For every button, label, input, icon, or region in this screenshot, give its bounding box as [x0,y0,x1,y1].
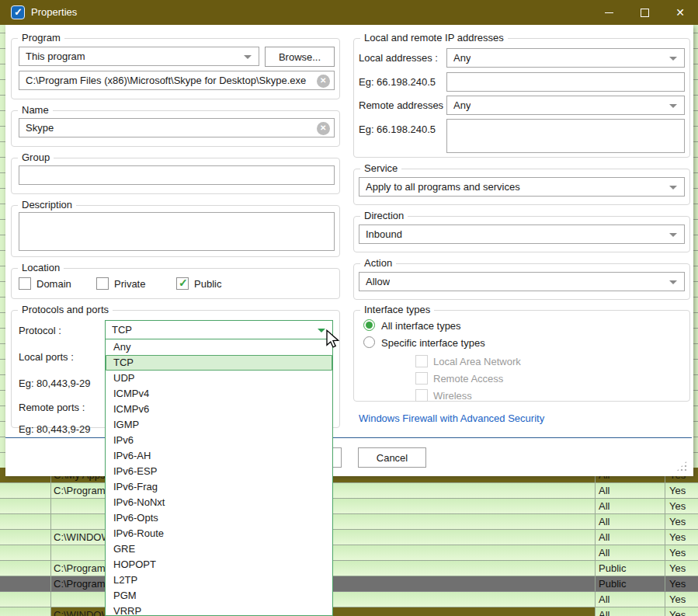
wireless-checkbox[interactable] [415,389,428,402]
protocol-option[interactable]: IPv6 [106,433,332,448]
local-address-input[interactable] [446,72,685,92]
titlebar: Properties ✕ [0,0,698,25]
program-legend: Program [18,32,64,44]
protocol-option[interactable]: Any [106,339,332,355]
direction-select[interactable]: Inbound [359,224,685,244]
public-label: Public [194,278,221,290]
all-interface-types-label: All interface types [381,320,461,332]
protocol-option[interactable]: PGM [106,588,332,604]
location-legend: Location [18,262,64,273]
protocol-option[interactable]: UDP [106,371,332,386]
clear-icon[interactable] [317,122,330,135]
public-checkbox[interactable] [176,277,189,290]
all-interface-types-radio[interactable] [363,319,375,331]
local-ports-hint: Eg: 80,443,9-29 [19,378,91,389]
advanced-security-link[interactable]: Windows Firewall with Advanced Security [359,412,544,424]
description-legend: Description [18,199,76,211]
chevron-down-icon [669,57,677,61]
private-checkbox[interactable] [96,277,109,290]
protocol-option[interactable]: IPv6-Route [106,526,332,541]
protocol-option-selected[interactable]: TCP [106,355,332,371]
minimize-button[interactable] [596,0,622,25]
mouse-cursor [325,329,342,350]
direction-legend: Direction [360,210,408,221]
lan-checkbox[interactable] [415,355,428,367]
remote-addresses-select[interactable]: Any [446,96,685,115]
protocol-option[interactable]: IPv6-ESP [106,464,332,479]
protocol-option[interactable]: HOPOPT [106,557,332,572]
app-check-icon [11,5,25,19]
local-addresses-select[interactable]: Any [446,48,685,68]
minimize-icon [605,12,613,13]
chevron-down-icon [669,104,677,108]
protocol-option[interactable]: IGMP [106,417,332,433]
remote-access-label: Remote Access [433,373,503,385]
group-legend: Group [18,151,54,163]
protocol-option[interactable]: VRRP [106,604,332,616]
close-icon: ✕ [675,7,685,18]
action-select[interactable]: Allow [359,272,685,291]
wireless-label: Wireless [433,390,472,402]
ip-addresses-legend: Local and remote IP addresses [360,32,508,44]
private-label: Private [114,278,145,290]
protocol-option[interactable]: GRE [106,541,332,557]
specific-interface-types-radio[interactable] [363,336,375,348]
protocol-dropdown-list: Any TCP UDP ICMPv4 ICMPv6 IGMP IPv6 IPv6… [105,339,333,616]
remote-ports-hint: Eg: 80,443,9-29 [19,423,91,435]
remote-ports-label: Remote ports : [19,402,85,413]
program-path-input[interactable]: C:\Program Files (x86)\Microsoft\Skype f… [19,71,335,90]
window-title: Properties [31,6,77,18]
protocol-option[interactable]: L2TP [106,572,332,588]
name-legend: Name [18,104,53,116]
specific-interface-types-label: Specific interface types [381,337,485,349]
description-textarea[interactable] [19,212,335,251]
domain-label: Domain [36,278,71,290]
screen: C:\My Apps All Yes C:\Program All Yes Al… [0,0,698,616]
protocol-option[interactable]: ICMPv6 [106,402,332,417]
local-address-hint: Eg: 66.198.240.5 [359,76,436,88]
chevron-down-icon [669,186,677,190]
cancel-button[interactable]: Cancel [358,447,426,468]
service-legend: Service [360,162,401,174]
remote-address-hint: Eg: 66.198.240.5 [359,124,436,135]
domain-checkbox[interactable] [19,277,31,290]
chevron-down-icon [244,55,252,59]
maximize-icon [641,9,649,17]
protocol-option[interactable]: IPv6-Frag [106,479,332,495]
protocol-option[interactable]: ICMPv4 [106,386,332,402]
remote-addresses-label: Remote addresses : [359,99,449,111]
close-button[interactable]: ✕ [667,0,693,25]
protocols-legend: Protocols and ports [18,304,113,315]
clear-icon[interactable] [317,75,330,88]
interface-types-legend: Interface types [360,304,434,315]
protocol-option[interactable]: IPv6-AH [106,448,332,464]
action-legend: Action [360,257,396,269]
browse-button[interactable]: Browse... [265,47,335,67]
remote-access-checkbox[interactable] [415,372,428,385]
resize-grip[interactable] [676,461,687,472]
local-ports-label: Local ports : [19,351,74,363]
local-addresses-label: Local addresses : [359,52,438,64]
service-select[interactable]: Apply to all programs and services [359,177,685,197]
chevron-down-icon [669,280,677,284]
protocol-select[interactable]: TCP [105,320,333,339]
name-input[interactable]: Skype [19,118,335,137]
maximize-button[interactable] [631,0,658,25]
protocol-option[interactable]: IPv6-Opts [106,510,332,526]
chevron-down-icon [669,233,677,237]
protocol-option[interactable]: IPv6-NoNxt [106,495,332,510]
group-input[interactable] [19,165,335,185]
program-type-select[interactable]: This program [19,47,259,66]
protocol-label: Protocol : [19,325,61,336]
lan-label: Local Area Network [433,356,521,367]
remote-address-textarea[interactable] [446,119,685,153]
